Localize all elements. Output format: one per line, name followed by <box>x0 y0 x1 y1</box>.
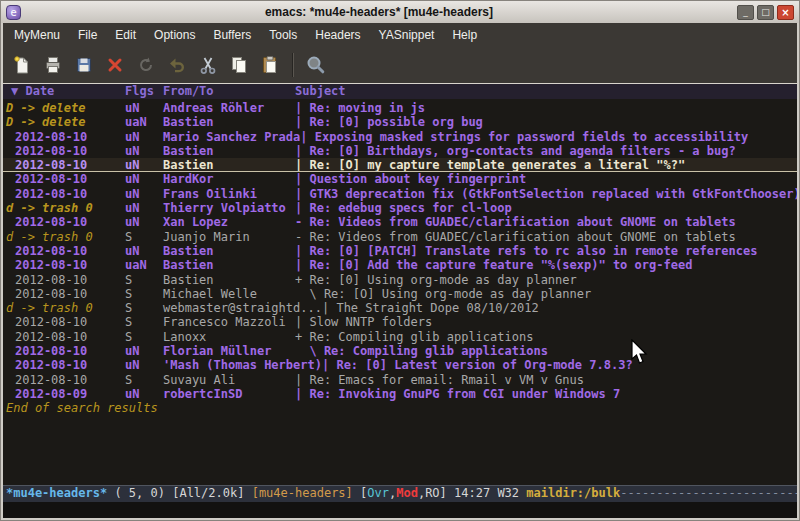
message-date: d -> trash 0 <box>3 201 125 215</box>
window-buttons: _ □ × <box>737 5 794 20</box>
modeline-segment: RO <box>425 486 439 500</box>
message-from: Bastien <box>163 144 295 158</box>
message-flags: uN <box>125 344 163 358</box>
modeline-segment: Ovr <box>367 486 389 500</box>
column-header-subject[interactable]: Subject <box>295 84 797 99</box>
message-subject: | Re: [0] [PATCH] Translate refs to rc a… <box>295 244 797 258</box>
message-from: robertcInSD <box>163 387 295 401</box>
message-row[interactable]: d -> trash 0SJuanjo Marin- Re: Videos fr… <box>3 230 797 244</box>
message-from: Bastien <box>163 258 295 272</box>
message-row[interactable]: 2012-08-10uNFlorian Müllner \ Re: Compil… <box>3 344 797 358</box>
modeline-segment: [All/2.0k] <box>172 486 251 500</box>
message-date: 2012-08-10 <box>3 187 125 201</box>
echo-area[interactable] <box>3 502 797 518</box>
message-flags: S <box>125 373 163 387</box>
message-flags: uN <box>125 187 163 201</box>
message-from: Bastien <box>163 115 295 129</box>
message-row[interactable]: 2012-08-10uNBastien| Re: [0] [PATCH] Tra… <box>3 244 797 258</box>
message-row[interactable]: 2012-08-10SBastien+ Re: [0] Using org-mo… <box>3 273 797 287</box>
message-date: 2012-08-10 <box>3 287 125 301</box>
menu-item-mymenu[interactable]: MyMenu <box>5 25 69 45</box>
menu-item-buffers[interactable]: Buffers <box>204 25 260 45</box>
emacs-app-icon: e <box>6 5 21 20</box>
message-flags: uN <box>125 158 163 171</box>
message-row[interactable]: 2012-08-10uNMario Sanchez Prada| Exposin… <box>3 130 797 144</box>
titlebar: e emacs: *mu4e-headers* [mu4e-headers] _… <box>1 1 799 23</box>
message-from: webmaster@straightd... <box>163 301 322 315</box>
message-subject: | Exposing masked strings for password f… <box>300 130 797 144</box>
message-subject: \ Re: [O] Using org-mode as day planner <box>295 287 797 301</box>
message-row[interactable]: 2012-08-10SFrancesco Mazzoli| Slow NNTP … <box>3 315 797 329</box>
message-from: Florian Müllner <box>163 344 295 358</box>
message-date: 2012-08-10 <box>3 144 125 158</box>
toolbar-separator <box>292 53 294 77</box>
print-icon[interactable] <box>39 51 67 79</box>
message-flags: uN <box>125 130 163 144</box>
message-row[interactable]: 2012-08-10uNBastien| Re: [0] Birthdays, … <box>3 144 797 158</box>
cut-icon[interactable] <box>194 51 222 79</box>
message-from: Andreas Röhler <box>163 101 295 115</box>
message-subject: | Re: [0] Add the capture feature "%(sex… <box>295 258 797 272</box>
message-flags: S <box>125 330 163 344</box>
message-flags: uN <box>125 201 163 215</box>
message-date: 2012-08-10 <box>3 130 125 144</box>
column-header-from[interactable]: From/To <box>163 84 295 99</box>
message-from: Bastien <box>163 158 295 171</box>
paste-icon[interactable] <box>256 51 284 79</box>
message-row[interactable]: D -> deleteuNAndreas Röhler| Re: moving … <box>3 101 797 115</box>
message-row[interactable]: 2012-08-10SLanoxx+ Re: Compiling glib ap… <box>3 330 797 344</box>
message-row[interactable]: 2012-08-10uNFrans Oilinki| GTK3 deprecat… <box>3 187 797 201</box>
copy-icon[interactable] <box>225 51 253 79</box>
message-row[interactable]: D -> deleteuaNBastien| Re: [0] possible … <box>3 115 797 129</box>
message-from: Thierry Volpiatto <box>163 201 295 215</box>
search-icon[interactable] <box>302 51 330 79</box>
end-of-search-results: End of search results <box>3 401 797 415</box>
column-header-date[interactable]: ▼ Date <box>3 84 125 99</box>
message-row[interactable]: 2012-08-10uNBastien| Re: [O] my capture … <box>3 158 797 172</box>
menu-item-yasnippet[interactable]: YASnippet <box>370 25 444 45</box>
message-row[interactable]: 2012-08-09uNrobertcInSD| Re: Invoking Gn… <box>3 387 797 401</box>
menu-item-headers[interactable]: Headers <box>306 25 369 45</box>
message-subject: + Re: [0] Using org-mode as day planner <box>295 273 797 287</box>
message-row[interactable]: 2012-08-10SMichael Welle \ Re: [O] Using… <box>3 287 797 301</box>
message-date: 2012-08-10 <box>3 158 125 171</box>
column-header-flags[interactable]: Flgs <box>125 84 163 99</box>
message-flags: S <box>125 315 163 329</box>
message-from: Michael Welle <box>163 287 295 301</box>
minimize-button[interactable]: _ <box>737 5 754 20</box>
message-row[interactable]: d -> trash 0uNThierry Volpiatto| Re: ede… <box>3 201 797 215</box>
new-file-icon[interactable] <box>8 51 36 79</box>
close-button[interactable]: × <box>777 5 794 20</box>
menu-item-file[interactable]: File <box>69 25 106 45</box>
message-row[interactable]: 2012-08-10uNXan Lopez- Re: Videos from G… <box>3 215 797 229</box>
menu-bar: MyMenuFileEditOptionsBuffersToolsHeaders… <box>3 23 797 46</box>
message-subject: | Re: [O] my capture template generates … <box>295 158 797 171</box>
message-from: Francesco Mazzoli <box>163 315 295 329</box>
modeline-segment: ] <box>440 486 454 500</box>
message-from: Juanjo Marin <box>163 230 295 244</box>
menu-item-help[interactable]: Help <box>443 25 486 45</box>
modeline-segment: ----------------------------------------… <box>620 486 797 500</box>
message-row[interactable]: 2012-08-10SSuvayu Ali| Re: Emacs for ema… <box>3 373 797 387</box>
message-date: 2012-08-10 <box>3 344 125 358</box>
emacs-window: e emacs: *mu4e-headers* [mu4e-headers] _… <box>0 0 800 521</box>
message-date: D -> delete <box>3 115 125 129</box>
message-subject: | GTK3 deprecation fix (GtkFontSelection… <box>295 187 797 201</box>
message-flags: uN <box>125 215 163 229</box>
message-row[interactable]: d -> trash 0Swebmaster@straightd...| The… <box>3 301 797 315</box>
modeline-segment: maildir:/bulk <box>526 486 620 500</box>
message-row[interactable]: 2012-08-10uaNBastien| Re: [0] Add the ca… <box>3 258 797 272</box>
modeline-segment: W32 <box>497 486 526 500</box>
menu-item-edit[interactable]: Edit <box>106 25 145 45</box>
message-from: HardKor <box>163 172 295 186</box>
close-icon[interactable] <box>101 51 129 79</box>
message-subject: | Re: [0] Birthdays, org-contacts and ag… <box>295 144 797 158</box>
message-row[interactable]: 2012-08-10uN'Mash (Thomas Herbert)| Re: … <box>3 358 797 372</box>
maximize-button[interactable]: □ <box>757 5 774 20</box>
save-icon[interactable] <box>70 51 98 79</box>
message-subject: | Re: moving in js <box>295 101 797 115</box>
menu-item-tools[interactable]: Tools <box>260 25 306 45</box>
message-row[interactable]: 2012-08-10uNHardKor| Question about key … <box>3 172 797 186</box>
menu-item-options[interactable]: Options <box>145 25 204 45</box>
message-from: 'Mash (Thomas Herbert) <box>163 358 322 372</box>
